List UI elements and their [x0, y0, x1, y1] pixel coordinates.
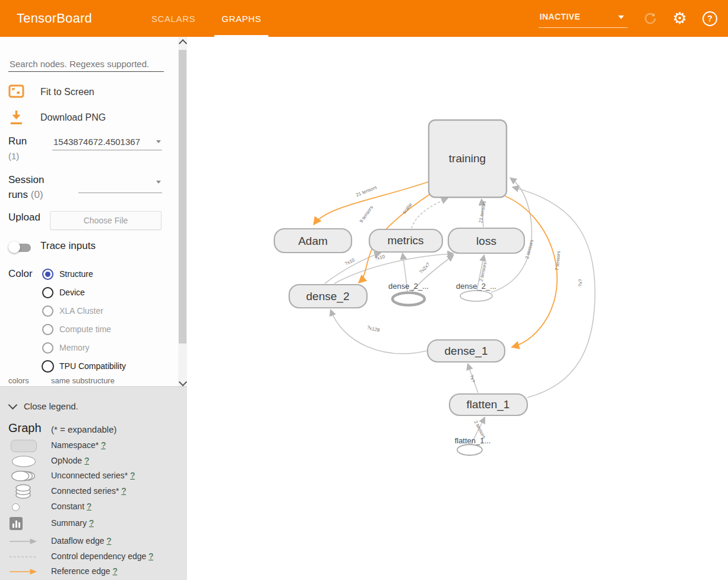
edge-label: 2 tensors	[479, 261, 488, 282]
run-dropdown[interactable]: 1543874672.4501367	[52, 134, 162, 150]
radio-memory[interactable]	[42, 342, 53, 354]
tab-scalars-label: SCALARS	[151, 14, 195, 24]
node-label-dense-2: dense_2	[306, 290, 350, 303]
scroll-up-icon[interactable]	[178, 37, 187, 46]
fit-to-screen-button[interactable]: Fit to Screen	[40, 87, 94, 97]
sidebar-scrollbar[interactable]	[178, 37, 187, 386]
sidebar: Fit to Screen Download PNG Run (1) 15438…	[0, 37, 187, 580]
series-label: dense_2_...	[388, 282, 429, 291]
color-by-label: Color	[8, 268, 33, 280]
help-link[interactable]: ?	[89, 518, 94, 528]
edge-label: 7 tensors	[555, 251, 562, 271]
legend-item-reference-edge: Reference edge?	[0, 565, 187, 579]
help-glyph: ?	[707, 14, 713, 23]
header-controls: INACTIVE ⚙ ?	[539, 0, 717, 37]
help-link[interactable]: ?	[113, 566, 118, 576]
structure-note-substructure: same substructure	[51, 376, 115, 385]
search-input[interactable]	[8, 56, 164, 72]
choose-file-button[interactable]: Choose File	[50, 211, 162, 230]
graph-legend-panel: Close legend. Graph (* = expandable) Nam…	[0, 386, 187, 580]
close-legend-button[interactable]: Close legend.	[10, 401, 78, 411]
help-link[interactable]: ?	[130, 471, 135, 480]
edge-label: 2 tensors	[524, 239, 534, 259]
help-link[interactable]: ?	[101, 440, 106, 450]
radio-xla-cluster-label[interactable]: XLA Cluster	[59, 306, 103, 316]
node-label-metrics: metrics	[387, 234, 423, 247]
graph-canvas[interactable]: 21 tensors 9 tensors scalar 21 tensors ?…	[187, 37, 728, 580]
radio-device[interactable]	[42, 287, 53, 298]
close-legend-label: Close legend.	[24, 401, 78, 411]
constant-icon	[10, 500, 40, 514]
radio-structure[interactable]	[42, 269, 53, 280]
graph-node-adam[interactable]: Adam	[274, 229, 352, 253]
settings-gear-icon[interactable]: ⚙	[673, 11, 687, 27]
help-link[interactable]: ?	[84, 456, 89, 465]
graph-node-dense-1[interactable]: dense_1	[428, 340, 505, 362]
graph-series-node-dense-2-right[interactable]: dense_2_...	[456, 282, 496, 301]
download-png-button[interactable]: Download PNG	[40, 112, 106, 123]
legend-item-control-dependency-edge: Control dependency edge?	[0, 550, 187, 564]
session-runs-count: (0)	[31, 189, 43, 200]
refresh-icon[interactable]	[643, 11, 657, 26]
radio-compute-time[interactable]	[42, 324, 53, 335]
node-label-training: training	[449, 152, 486, 165]
legend-item-summary: Summary?	[0, 516, 187, 531]
radio-structure-label[interactable]: Structure	[59, 269, 93, 279]
edge-label: scalar	[401, 201, 413, 215]
status-dropdown[interactable]: INACTIVE	[539, 10, 628, 28]
edge-label: 9 tensors	[359, 205, 374, 224]
help-link[interactable]: ?	[121, 486, 126, 496]
help-icon[interactable]: ?	[702, 11, 717, 26]
app-header: TensorBoard SCALARS GRAPHS INACTIVE ⚙ ?	[0, 0, 728, 37]
graph-node-training[interactable]: training	[429, 120, 507, 197]
graph-series-node-flatten-1[interactable]: flatten_1...	[455, 436, 491, 455]
edge-label: 21 tensors	[355, 185, 378, 198]
graph-node-dense-2[interactable]: dense_2	[289, 285, 367, 308]
graph-node-metrics[interactable]: metrics	[369, 229, 442, 252]
node-label-dense-1: dense_1	[445, 345, 488, 358]
series-label: dense_2_...	[456, 282, 496, 291]
control-dependency-edge-icon	[10, 550, 38, 564]
download-png-icon[interactable]	[9, 109, 24, 125]
legend-subtitle: (* = expandable)	[51, 424, 117, 434]
status-dropdown-value: INACTIVE	[540, 12, 581, 21]
app-title: TensorBoard	[17, 11, 92, 26]
radio-device-label[interactable]: Device	[59, 288, 85, 297]
tab-scalars[interactable]: SCALARS	[138, 0, 208, 37]
radio-compute-time-label[interactable]: Compute time	[59, 324, 111, 334]
radio-tpu-compatibility[interactable]	[42, 360, 54, 373]
node-label-loss: loss	[476, 235, 496, 247]
scroll-down-icon[interactable]	[178, 377, 187, 386]
run-count: (1)	[8, 151, 19, 161]
help-link[interactable]: ?	[107, 536, 112, 546]
opnode-icon	[10, 454, 38, 468]
chevron-down-icon	[8, 401, 18, 410]
graph-node-flatten-1[interactable]: flatten_1	[450, 394, 527, 415]
scrollbar-thumb[interactable]	[179, 50, 186, 343]
session-runs-label-line2: runs (0)	[8, 189, 43, 201]
legend-item-connected-series: Connected series*?	[0, 484, 187, 499]
radio-xla-cluster[interactable]	[42, 305, 53, 317]
tab-graphs[interactable]: GRAPHS	[208, 0, 274, 37]
graph-node-loss[interactable]: loss	[448, 228, 524, 253]
namespace-icon	[10, 439, 38, 453]
dataflow-edge-icon	[10, 534, 38, 549]
edge-flatten-1-to-training	[513, 187, 595, 398]
radio-tpu-compatibility-label[interactable]: TPU Compatibility	[59, 361, 126, 371]
help-link[interactable]: ?	[148, 551, 153, 561]
radio-memory-label[interactable]: Memory	[59, 343, 90, 352]
reference-edge-icon	[10, 565, 38, 579]
session-runs-dropdown[interactable]	[78, 177, 162, 193]
node-label-flatten-1: flatten_1	[467, 398, 510, 411]
summary-icon	[10, 516, 38, 531]
connected-series-icon	[10, 484, 38, 499]
graph-series-node-dense-2-left[interactable]: dense_2_...	[388, 282, 429, 305]
edge-label: ?x128	[366, 325, 381, 333]
trace-inputs-label: Trace inputs	[40, 240, 96, 252]
toggle-knob	[8, 241, 20, 253]
fit-to-screen-icon[interactable]	[8, 84, 24, 98]
trace-inputs-toggle[interactable]	[8, 241, 32, 254]
series-label: flatten_1...	[455, 436, 491, 445]
legend-item-constant: Constant?	[0, 500, 187, 514]
help-link[interactable]: ?	[87, 502, 91, 511]
